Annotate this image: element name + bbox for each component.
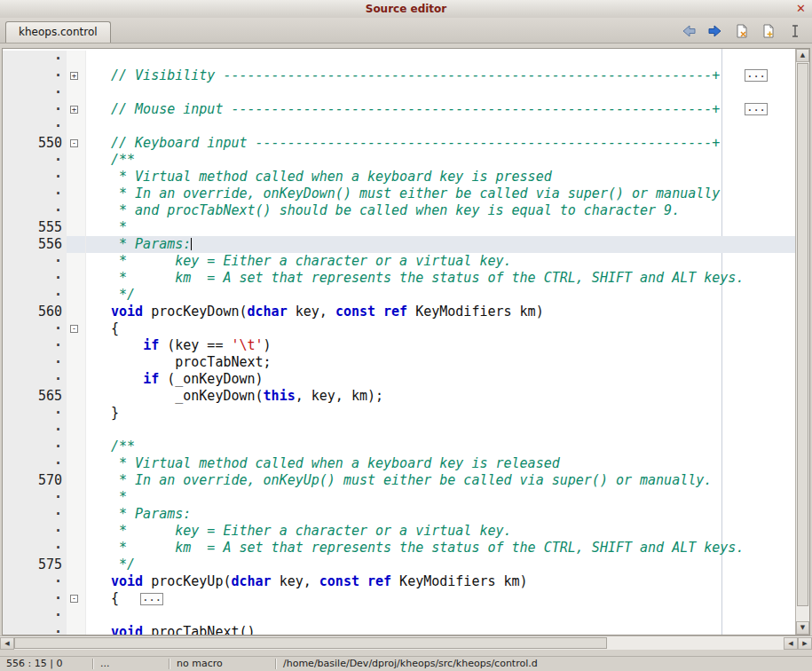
code-line-text[interactable]: procTabNext; <box>86 354 795 371</box>
close-icon[interactable]: ✕ <box>796 0 806 18</box>
line-marker-dot[interactable]: · <box>3 607 67 624</box>
tab-kheops-control[interactable]: kheops.control <box>5 21 111 43</box>
folded-code-ellipsis[interactable]: ... <box>745 69 768 82</box>
line-marker-dot[interactable]: · <box>3 51 67 67</box>
horizontal-scroll-thumb[interactable] <box>14 637 607 649</box>
scroll-left-button[interactable]: ◀ <box>0 637 14 650</box>
code-line-text[interactable]: /** <box>86 152 795 169</box>
code-line-text[interactable]: /** <box>86 438 795 455</box>
fold-gutter[interactable]: - <box>67 135 86 152</box>
editor-line[interactable]: · <box>3 84 795 101</box>
editor-line[interactable]: · <box>3 51 795 67</box>
code-line-text[interactable] <box>86 118 795 135</box>
goto-caret-button[interactable] <box>787 24 803 38</box>
line-marker-dot[interactable]: · <box>3 523 67 540</box>
editor-line[interactable]: ·} <box>3 405 795 422</box>
editor-line[interactable]: · if (_onKeyDown) <box>3 371 795 388</box>
horizontal-scrollbar[interactable]: ◀ ◀ ▶ <box>0 635 812 650</box>
vertical-scroll-thumb[interactable] <box>797 63 808 606</box>
editor-line[interactable]: · * Params: <box>3 506 795 523</box>
scroll-up-button[interactable]: ▲ <box>796 49 809 62</box>
editor-line[interactable]: 570 * In an override, onKeyUp() must eit… <box>3 472 795 489</box>
code-line-text[interactable]: } <box>86 405 795 422</box>
editor-line[interactable]: · * key = Either a character or a virtua… <box>3 253 795 270</box>
code-line-text[interactable]: // Visibility --------------------------… <box>86 67 795 84</box>
code-line-text[interactable]: * Virtual method called when a keyboard … <box>86 169 795 186</box>
code-line-text[interactable]: * <box>86 489 795 506</box>
scroll-left-button-2[interactable]: ◀ <box>784 637 798 650</box>
line-marker-dot[interactable]: · <box>3 354 67 371</box>
fold-gutter[interactable]: + <box>67 67 86 84</box>
code-line-text[interactable] <box>86 51 795 67</box>
line-number[interactable]: 550 <box>3 135 67 152</box>
line-number[interactable]: 565 <box>3 388 67 405</box>
editor-line[interactable]: ·-{... <box>3 590 795 607</box>
editor-line[interactable]: · * km = A set that represents the statu… <box>3 540 795 557</box>
editor-line[interactable]: · if (key == '\t') <box>3 337 795 354</box>
line-marker-dot[interactable]: · <box>3 320 67 337</box>
save-button[interactable] <box>734 24 750 38</box>
editor-line[interactable]: 565 _onKeyDown(this, key, km); <box>3 388 795 405</box>
editor-line[interactable]: · * Virtual method called when a keyboar… <box>3 455 795 472</box>
code-line-text[interactable]: void procKeyUp(dchar key, const ref KeyM… <box>86 573 795 590</box>
line-marker-dot[interactable]: · <box>3 371 67 388</box>
editor-line[interactable]: · * In an override, onKeyDown() must eit… <box>3 186 795 202</box>
editor-line[interactable]: · * key = Either a character or a virtua… <box>3 523 795 540</box>
line-number[interactable]: 555 <box>3 219 67 236</box>
line-marker-dot[interactable]: · <box>3 84 67 101</box>
line-marker-dot[interactable]: · <box>3 287 67 304</box>
fold-collapse-icon[interactable]: - <box>70 139 78 147</box>
line-marker-dot[interactable]: · <box>3 101 67 118</box>
code-line-text[interactable]: * Virtual method called when a keyboard … <box>86 455 795 472</box>
code-line-text[interactable]: * In an override, onKeyDown() must eithe… <box>86 186 795 202</box>
save-as-button[interactable] <box>761 24 777 38</box>
line-marker-dot[interactable]: · <box>3 624 67 635</box>
scroll-right-button[interactable]: ▶ <box>798 637 812 650</box>
fold-expand-icon[interactable]: + <box>70 106 78 114</box>
code-line-text[interactable]: */ <box>86 287 795 304</box>
nav-forward-button[interactable] <box>707 24 723 38</box>
code-line-text[interactable] <box>86 422 795 438</box>
line-number[interactable]: 560 <box>3 304 67 320</box>
line-marker-dot[interactable]: · <box>3 422 67 438</box>
code-line-text[interactable]: * and procTabNext() should be called whe… <box>86 202 795 219</box>
folded-code-ellipsis[interactable]: ... <box>140 593 163 605</box>
fold-gutter[interactable]: - <box>67 320 86 337</box>
editor-line[interactable]: ·-{ <box>3 320 795 337</box>
fold-gutter[interactable]: - <box>67 590 86 607</box>
code-line-text[interactable]: * key = Either a character or a virtual … <box>86 253 795 270</box>
code-line-text[interactable]: _onKeyDown(this, key, km); <box>86 388 795 405</box>
editor-line[interactable]: · procTabNext; <box>3 354 795 371</box>
line-marker-dot[interactable]: · <box>3 489 67 506</box>
line-marker-dot[interactable]: · <box>3 438 67 455</box>
editor-line[interactable]: ·+// Visibility ------------------------… <box>3 67 795 84</box>
editor-line[interactable]: · * Virtual method called when a keyboar… <box>3 169 795 186</box>
code-line-text[interactable]: * Params: <box>86 236 795 253</box>
line-marker-dot[interactable]: · <box>3 405 67 422</box>
editor-line[interactable]: · * and procTabNext() should be called w… <box>3 202 795 219</box>
code-line-text[interactable]: * <box>86 219 795 236</box>
editor-line[interactable]: ·void procTabNext() <box>3 624 795 635</box>
editor-line[interactable]: ·/** <box>3 152 795 169</box>
line-marker-dot[interactable]: · <box>3 455 67 472</box>
line-number[interactable]: 575 <box>3 557 67 573</box>
line-number[interactable]: 570 <box>3 472 67 489</box>
line-marker-dot[interactable]: · <box>3 506 67 523</box>
editor-line[interactable]: · * <box>3 489 795 506</box>
vertical-scrollbar[interactable]: ▲ ▼ <box>795 49 809 635</box>
editor-line[interactable]: 555 * <box>3 219 795 236</box>
line-marker-dot[interactable]: · <box>3 169 67 186</box>
code-line-text[interactable] <box>86 607 795 624</box>
code-line-text[interactable]: * Params: <box>86 506 795 523</box>
editor-line[interactable]: ·+// Mouse input -----------------------… <box>3 101 795 118</box>
code-line-text[interactable]: * km = A set that represents the status … <box>86 540 795 557</box>
fold-collapse-icon[interactable]: - <box>70 325 78 333</box>
editor-line[interactable]: · <box>3 607 795 624</box>
nav-back-button[interactable] <box>681 24 697 38</box>
fold-expand-icon[interactable]: + <box>70 72 78 80</box>
line-marker-dot[interactable]: · <box>3 67 67 84</box>
editor-line[interactable]: 560void procKeyDown(dchar key, const ref… <box>3 304 795 320</box>
code-line-text[interactable]: */ <box>86 557 795 573</box>
code-line-text[interactable]: * key = Either a character or a virtual … <box>86 523 795 540</box>
code-line-text[interactable]: if (key == '\t') <box>86 337 795 354</box>
